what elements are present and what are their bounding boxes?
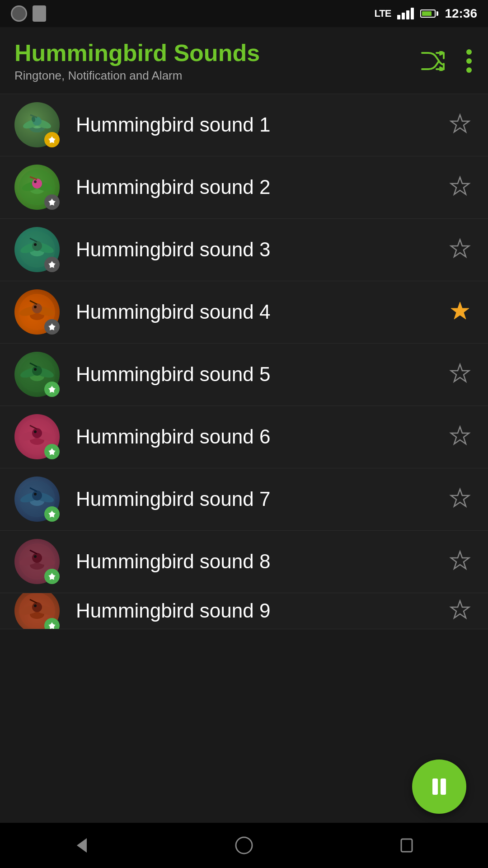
sound-item-9[interactable]: Hummingbird sound 9 (0, 593, 488, 629)
avatar-badge-5 (44, 382, 60, 397)
status-bar-right: LTE 12:36 (374, 6, 477, 21)
header-actions (419, 48, 474, 74)
favorite-button-4[interactable] (446, 298, 474, 326)
svg-rect-70 (401, 839, 412, 852)
sim-icon (33, 5, 46, 22)
signal-icon (397, 8, 414, 19)
recents-icon (396, 835, 418, 856)
avatar-9 (14, 593, 60, 629)
avatar-badge-3 (44, 257, 60, 272)
app-subtitle: Ringtone, Notification and Alarm (14, 69, 260, 83)
nav-back-button[interactable] (63, 827, 99, 863)
sound-name-4: Hummingbird sound 4 (76, 301, 446, 323)
svg-point-56 (32, 553, 42, 563)
avatar-badge-6 (44, 444, 60, 459)
sound-name-9: Hummingbird sound 9 (76, 599, 446, 622)
avatar-5 (14, 352, 60, 397)
status-time: 12:36 (445, 6, 477, 21)
svg-point-22 (34, 243, 37, 246)
sound-name-6: Hummingbird sound 6 (76, 425, 446, 448)
sound-item-7[interactable]: Hummingbird sound 7 (0, 468, 488, 531)
svg-point-28 (32, 303, 42, 313)
svg-rect-67 (441, 778, 446, 795)
svg-point-63 (32, 602, 42, 612)
header: Hummingbird Sounds Ringtone, Notificatio… (0, 27, 488, 94)
svg-point-36 (34, 368, 37, 371)
svg-point-14 (32, 179, 42, 189)
avatar-badge-4 (44, 319, 60, 335)
sound-name-5: Hummingbird sound 5 (76, 363, 446, 386)
svg-point-57 (34, 555, 37, 558)
nav-home-button[interactable] (226, 827, 262, 863)
sound-list: Hummingbird sound 1 (0, 94, 488, 629)
avatar-3 (14, 227, 60, 272)
avatar-badge-8 (44, 569, 60, 584)
svg-point-1 (466, 58, 472, 64)
battery-icon (420, 9, 438, 18)
avatar-badge-9 (44, 618, 60, 629)
sound-item-4[interactable]: Hummingbird sound 4 (0, 281, 488, 344)
svg-point-0 (466, 49, 472, 55)
svg-point-35 (32, 366, 42, 376)
network-badge: LTE (374, 8, 391, 19)
shuffle-button[interactable] (419, 51, 446, 71)
sound-item-6[interactable]: Hummingbird sound 6 (0, 406, 488, 468)
more-options-icon (465, 48, 474, 74)
avatar-8 (14, 539, 60, 584)
svg-point-15 (34, 180, 37, 183)
avatar-7 (14, 476, 60, 522)
svg-point-69 (236, 837, 252, 854)
pause-fab-button[interactable] (412, 760, 466, 814)
sound-item-8[interactable]: Hummingbird sound 8 (0, 531, 488, 593)
svg-point-50 (34, 493, 37, 495)
nav-recents-button[interactable] (389, 827, 425, 863)
sound-name-3: Hummingbird sound 3 (76, 238, 446, 261)
pause-icon (427, 774, 451, 799)
more-options-button[interactable] (465, 48, 474, 74)
record-icon (11, 5, 27, 22)
sound-item-2[interactable]: Hummingbird sound 2 (0, 156, 488, 219)
svg-rect-66 (432, 778, 438, 795)
navigation-bar (0, 823, 488, 868)
avatar-1 (14, 102, 60, 147)
sound-item-1[interactable]: Hummingbird sound 1 (0, 94, 488, 156)
sound-name-8: Hummingbird sound 8 (76, 550, 446, 573)
sound-item-5[interactable]: Hummingbird sound 5 (0, 344, 488, 406)
favorite-button-1[interactable] (446, 111, 474, 138)
status-bar: LTE 12:36 (0, 0, 488, 27)
sound-item-3[interactable]: Hummingbird sound 3 (0, 219, 488, 281)
app-title: Hummingbird Sounds (14, 40, 260, 67)
sound-name-2: Hummingbird sound 2 (76, 176, 446, 198)
favorite-button-2[interactable] (446, 174, 474, 201)
favorite-button-5[interactable] (446, 361, 474, 388)
back-icon (70, 835, 92, 856)
favorite-button-7[interactable] (446, 486, 474, 513)
shuffle-icon (419, 51, 446, 71)
svg-marker-68 (77, 838, 87, 853)
avatar-badge-1 (44, 132, 60, 147)
svg-point-21 (32, 241, 42, 251)
avatar-badge-2 (44, 194, 60, 210)
avatar-6 (14, 414, 60, 459)
avatar-badge-7 (44, 506, 60, 522)
svg-point-64 (34, 604, 37, 607)
svg-point-49 (32, 491, 42, 500)
favorite-button-3[interactable] (446, 236, 474, 263)
favorite-button-8[interactable] (446, 548, 474, 575)
svg-point-29 (34, 306, 37, 308)
favorite-button-6[interactable] (446, 423, 474, 450)
svg-point-2 (466, 67, 472, 73)
header-title-block: Hummingbird Sounds Ringtone, Notificatio… (14, 40, 260, 83)
avatar-4 (14, 289, 60, 335)
sound-name-1: Hummingbird sound 1 (76, 113, 446, 136)
favorite-button-9[interactable] (446, 597, 474, 624)
sound-name-7: Hummingbird sound 7 (76, 488, 446, 510)
avatar-2 (14, 165, 60, 210)
home-icon (233, 835, 255, 856)
svg-point-42 (32, 428, 42, 438)
svg-point-43 (34, 430, 37, 433)
status-bar-left (11, 5, 46, 22)
